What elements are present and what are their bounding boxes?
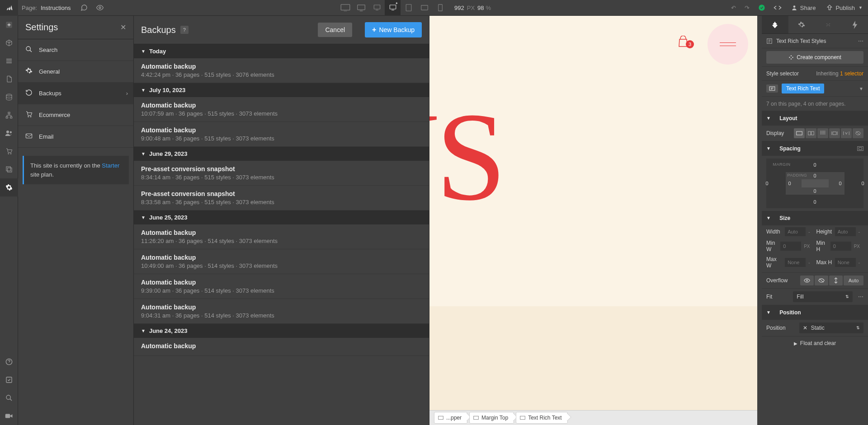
date-header[interactable]: ▼June 24, 2023	[134, 324, 429, 338]
section-position[interactable]: ▼ Position	[762, 305, 868, 320]
date-header[interactable]: ▼June 29, 2023	[134, 147, 429, 161]
selector-dropdown-icon[interactable]: ▼	[859, 86, 863, 91]
breadcrumb-item[interactable]: ...pper	[434, 412, 467, 424]
maxh-input[interactable]	[835, 258, 856, 267]
backup-row[interactable]: Pre-asset conversion snapshot8:33:58 am …	[134, 186, 429, 210]
display-inline-block[interactable]	[829, 128, 840, 138]
backup-row[interactable]: Automatic backup	[134, 338, 429, 356]
settings-item-email[interactable]: Email	[18, 126, 133, 148]
date-header[interactable]: ▼June 25, 2023	[134, 210, 429, 224]
display-none[interactable]	[853, 128, 863, 138]
redo-button[interactable]: ↷	[741, 0, 754, 16]
breadcrumb-item[interactable]: Text Rich Text	[516, 412, 567, 424]
overflow-visible[interactable]	[800, 276, 814, 285]
date-header[interactable]: ▼Today	[134, 44, 429, 58]
users-icon[interactable]	[0, 124, 18, 142]
bp-desktop-icon[interactable]	[369, 0, 385, 16]
inheriting-label[interactable]: Inheriting 1 selector	[816, 70, 863, 77]
cart-button[interactable]: 3	[678, 35, 694, 48]
check-icon[interactable]	[0, 371, 18, 389]
float-toggle[interactable]: ▶Float and clear	[762, 336, 868, 350]
bp-desktop-l-icon[interactable]	[353, 0, 369, 16]
more-icon[interactable]: ⋯	[858, 294, 863, 300]
bp-desktop-xl-icon[interactable]	[337, 0, 353, 16]
new-backup-button[interactable]: +New Backup	[365, 22, 422, 37]
tab-interactions[interactable]	[815, 16, 842, 33]
overflow-hidden[interactable]	[815, 276, 828, 285]
create-component-button[interactable]: Create component	[766, 51, 863, 64]
bp-tablet-icon[interactable]	[401, 0, 416, 16]
preview-icon[interactable]	[92, 0, 108, 16]
assets-icon[interactable]	[0, 160, 18, 178]
bp-mobile-l-icon[interactable]	[416, 0, 432, 16]
settings-item-ecommerce[interactable]: Ecommerce	[18, 104, 133, 126]
backup-list[interactable]: ▼TodayAutomatic backup4:42:24 pm · 36 pa…	[134, 44, 429, 425]
export-code-icon[interactable]	[770, 0, 786, 16]
backup-row[interactable]: Automatic backup4:42:24 pm · 36 pages · …	[134, 58, 429, 83]
date-header[interactable]: ▼July 10, 2023	[134, 83, 429, 97]
close-icon[interactable]: ✕	[120, 23, 126, 32]
publish-button[interactable]: Publish▼	[821, 0, 868, 16]
tree-icon[interactable]	[0, 106, 18, 124]
width-input[interactable]	[785, 227, 806, 236]
overflow-scroll[interactable]	[829, 276, 843, 285]
webflow-logo[interactable]	[0, 0, 18, 16]
maxw-input[interactable]	[785, 258, 806, 267]
minh-input[interactable]	[830, 242, 851, 251]
comments-icon[interactable]	[76, 0, 92, 16]
cms-icon[interactable]	[0, 88, 18, 106]
add-icon[interactable]	[0, 16, 18, 34]
tab-style[interactable]	[762, 16, 788, 33]
box-icon[interactable]	[0, 34, 18, 52]
video-icon[interactable]	[0, 407, 18, 425]
section-size[interactable]: ▼ Size	[762, 211, 868, 225]
undo-button[interactable]: ↶	[727, 0, 741, 16]
help-icon[interactable]	[0, 353, 18, 371]
display-grid[interactable]	[817, 128, 828, 138]
fit-select[interactable]: Fill⇅	[793, 291, 853, 302]
more-icon[interactable]: ⋯	[858, 38, 863, 44]
page-name[interactable]: Instructions	[41, 5, 76, 11]
pages-icon[interactable]	[0, 70, 18, 88]
display-block[interactable]	[794, 128, 805, 138]
settings-item-general[interactable]: General	[18, 61, 133, 83]
bp-mobile-icon[interactable]	[432, 0, 448, 16]
breadcrumb-item[interactable]: Margin Top	[469, 412, 514, 424]
cancel-button[interactable]: Cancel	[318, 23, 352, 37]
display-inline[interactable]	[841, 128, 852, 138]
settings-item-search[interactable]: Search	[18, 39, 133, 61]
search-rail-icon[interactable]	[0, 389, 18, 407]
plan-link[interactable]: Starter	[102, 162, 119, 169]
display-flex[interactable]	[806, 128, 816, 138]
status-ok-icon[interactable]	[754, 0, 770, 16]
expand-icon[interactable]	[857, 146, 863, 151]
canvas-size[interactable]: 992PX98%	[448, 5, 497, 11]
tab-effects[interactable]	[841, 16, 868, 33]
section-spacing[interactable]: ▼ Spacing	[762, 141, 868, 156]
bp-base-icon[interactable]: ✦	[385, 0, 401, 16]
help-badge[interactable]: ?	[180, 26, 189, 34]
selector-tag[interactable]: Text Rich Text	[782, 84, 824, 93]
ecommerce-icon[interactable]	[0, 142, 18, 160]
position-select[interactable]: ✕Static⇅	[799, 322, 863, 333]
height-input[interactable]	[835, 227, 856, 236]
backup-row[interactable]: Automatic backup11:26:20 am · 36 pages ·…	[134, 224, 429, 249]
spacing-editor[interactable]: MARGIN 0 0 0 0 PADDING 0 0 0 0	[766, 159, 863, 208]
backup-row[interactable]: Automatic backup10:07:59 am · 36 pages ·…	[134, 97, 429, 122]
minw-input[interactable]	[780, 242, 801, 251]
backup-row[interactable]: Automatic backup9:39:00 am · 36 pages · …	[134, 274, 429, 299]
backup-row[interactable]: Pre-asset conversion snapshot8:34:14 am …	[134, 161, 429, 186]
section-layout[interactable]: ▼ Layout	[762, 111, 868, 126]
menu-button[interactable]	[708, 24, 748, 65]
backup-row[interactable]: Automatic backup9:00:48 am · 36 pages · …	[134, 122, 429, 147]
backup-row[interactable]: Automatic backup9:04:31 am · 36 pages · …	[134, 299, 429, 324]
selector-type-icon[interactable]	[766, 84, 778, 93]
backup-row[interactable]: Automatic backup10:49:00 am · 36 pages ·…	[134, 249, 429, 274]
navigator-icon[interactable]	[0, 52, 18, 70]
settings-item-backups[interactable]: Backups›	[18, 83, 133, 104]
canvas[interactable]: 3 NS	[429, 16, 757, 425]
settings-icon[interactable]	[0, 178, 18, 196]
tab-settings[interactable]	[788, 16, 815, 33]
overflow-auto[interactable]: Auto	[844, 276, 863, 285]
share-button[interactable]: Share	[786, 0, 821, 16]
